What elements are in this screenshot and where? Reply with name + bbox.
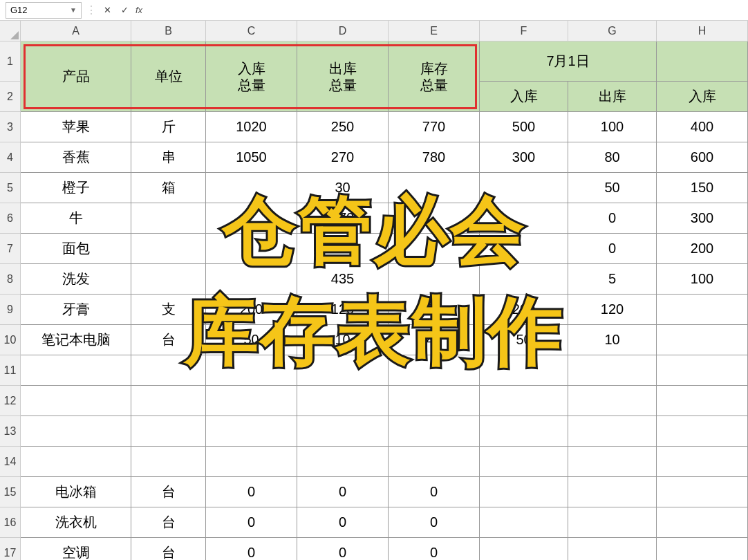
cell[interactable]: 7月1日 [480,41,657,82]
cell[interactable] [206,447,297,477]
cell[interactable]: 10 [297,325,389,355]
cell[interactable]: 苹果 [21,112,131,142]
cell[interactable]: 洗发 [21,264,131,295]
cell[interactable] [480,477,568,507]
cell[interactable]: 150 [657,173,748,203]
cell[interactable] [131,447,206,477]
col-header-F[interactable]: F [480,21,568,41]
cell[interactable]: 0 [389,507,480,538]
cell[interactable]: 5 [568,264,657,295]
cell[interactable]: 0 [297,477,389,507]
cell[interactable] [480,234,568,264]
name-box[interactable]: G12 ▼ [6,2,82,19]
row-header-1[interactable]: 1 [0,41,21,82]
cell[interactable]: 空调 [21,538,131,560]
cell[interactable] [297,447,389,477]
cell[interactable]: 台 [131,507,206,538]
cell[interactable] [480,264,568,295]
cell[interactable] [389,447,480,477]
cell[interactable] [657,447,748,477]
cell[interactable] [657,355,748,386]
row-header-2[interactable]: 2 [0,82,21,112]
cell[interactable] [657,477,748,507]
cell[interactable]: 200 [657,234,748,264]
cell[interactable]: 笔记本电脑 [21,325,131,355]
fx-icon[interactable]: fx [135,5,142,15]
cell[interactable] [480,386,568,416]
cell[interactable]: 箱 [131,173,206,203]
cell[interactable] [297,355,389,386]
cell[interactable]: 0 [297,507,389,538]
cell[interactable]: 洗衣机 [21,507,131,538]
cell[interactable]: 100 [568,112,657,142]
row-header-13[interactable]: 13 [0,416,21,447]
cell[interactable]: 台 [131,477,206,507]
row-header-4[interactable]: 4 [0,142,21,173]
cell[interactable] [389,264,480,295]
col-header-G[interactable]: G [568,21,657,41]
cell[interactable] [480,507,568,538]
cell[interactable] [206,173,297,203]
cell[interactable] [131,203,206,234]
cell[interactable]: 35 [297,234,389,264]
cell[interactable]: 250 [297,112,389,142]
cell[interactable] [389,386,480,416]
cancel-formula-button[interactable]: ✕ [101,5,114,15]
cell[interactable] [131,416,206,447]
chevron-down-icon[interactable]: ▼ [70,6,77,14]
row-header-16[interactable]: 16 [0,507,21,538]
cell[interactable]: 出库 [568,82,657,112]
row-header-9[interactable]: 9 [0,295,21,325]
cell[interactable]: 120 [297,295,389,325]
cell[interactable] [657,295,748,325]
cell[interactable]: 300 [480,142,568,173]
cell[interactable] [389,416,480,447]
cell[interactable]: 50 [480,325,568,355]
cell[interactable] [389,173,480,203]
cell[interactable]: 80 [568,142,657,173]
cell[interactable]: 入库 [480,82,568,112]
cell[interactable] [206,386,297,416]
cell[interactable]: 牙膏 [21,295,131,325]
cell[interactable]: 435 [297,264,389,295]
cell[interactable] [568,477,657,507]
row-header-12[interactable]: 12 [0,386,21,416]
cell[interactable]: 电冰箱 [21,477,131,507]
cell[interactable]: 产品 [21,41,131,112]
cell[interactable] [568,447,657,477]
cell[interactable]: 入库 [657,82,748,112]
cell[interactable]: 10 [568,325,657,355]
cell[interactable]: 出库 总量 [297,41,389,112]
cell[interactable]: 50 [568,173,657,203]
select-all-corner[interactable] [0,21,21,41]
cell[interactable]: 0 [206,538,297,560]
cell[interactable]: 牛 [21,203,131,234]
cell[interactable] [206,203,297,234]
cell[interactable] [657,416,748,447]
cell[interactable]: 30 [297,173,389,203]
cell[interactable]: 库存 总量 [389,41,480,112]
cell[interactable] [131,264,206,295]
cell[interactable] [480,355,568,386]
cell[interactable]: 500 [480,112,568,142]
cell[interactable]: 1020 [206,112,297,142]
cell[interactable] [480,447,568,477]
cell[interactable] [657,41,748,82]
cell[interactable]: 0 [206,477,297,507]
cell[interactable]: 200 [480,295,568,325]
cell[interactable]: 50 [206,325,297,355]
col-header-A[interactable]: A [21,21,131,41]
cell[interactable]: 400 [657,112,748,142]
cell[interactable]: 200 [206,295,297,325]
cell[interactable] [389,355,480,386]
cell[interactable] [21,386,131,416]
cell[interactable] [480,538,568,560]
cell[interactable]: 斤 [131,112,206,142]
cell[interactable] [297,386,389,416]
col-header-B[interactable]: B [131,21,206,41]
cell[interactable] [131,355,206,386]
cell[interactable]: 600 [657,142,748,173]
cell[interactable]: 台 [131,325,206,355]
cell[interactable] [657,507,748,538]
cell[interactable]: 台 [131,538,206,560]
